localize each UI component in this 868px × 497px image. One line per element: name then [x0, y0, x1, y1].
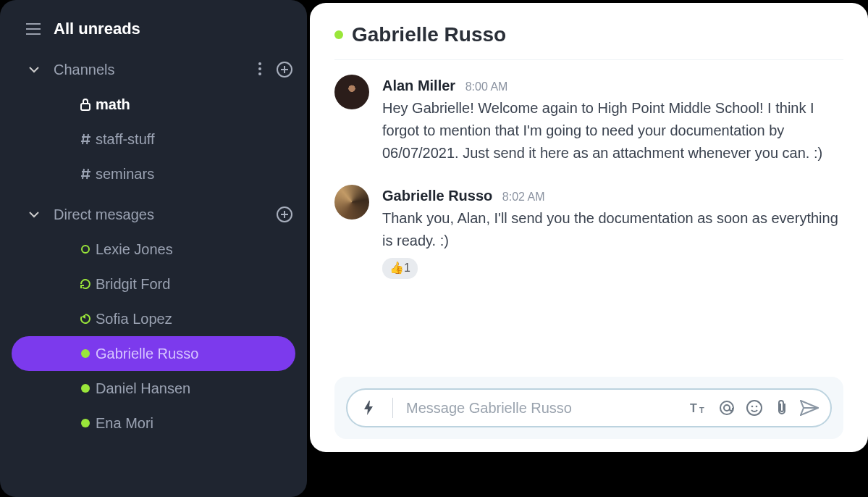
channel-label: math [96, 96, 130, 113]
message-text: Thank you, Alan, I'll send you the docum… [382, 207, 843, 252]
dm-label: Lexie Jones [96, 241, 173, 258]
dm-item-bridgit[interactable]: Bridgit Ford [12, 267, 295, 301]
svg-rect-4 [81, 104, 90, 110]
sidebar: All unreads Channels math staff- [0, 0, 307, 497]
presence-dot-icon [334, 30, 343, 39]
avatar[interactable] [334, 185, 369, 220]
attachment-icon[interactable] [771, 397, 793, 419]
message-body: Gabrielle Russo 8:02 AM Thank you, Alan,… [382, 185, 843, 279]
status-online-icon [75, 419, 96, 427]
status-online-icon [75, 349, 96, 358]
svg-point-11 [751, 406, 754, 408]
status-online-icon [75, 384, 96, 393]
divider [392, 398, 393, 418]
message-author: Alan Miller [382, 78, 455, 93]
svg-text:T: T [699, 406, 704, 414]
svg-point-8 [720, 401, 733, 414]
svg-point-9 [724, 405, 730, 411]
message-item: Alan Miller 8:00 AM Hey Gabrielle! Welco… [334, 75, 843, 164]
svg-point-1 [258, 67, 261, 70]
channel-item-staff-stuff[interactable]: staff-stuff [12, 122, 295, 156]
dms-label: Direct mesages [54, 206, 154, 223]
message-time: 8:00 AM [465, 80, 508, 93]
dm-item-lexie[interactable]: Lexie Jones [12, 232, 295, 267]
chevron-down-icon [29, 211, 39, 218]
svg-point-12 [756, 406, 758, 408]
channel-item-math[interactable]: math [12, 87, 295, 122]
channel-label: seminars [96, 166, 154, 183]
channel-list: math staff-stuff seminars [0, 87, 307, 191]
svg-point-2 [258, 72, 261, 75]
reaction-emoji: 👍 [389, 259, 404, 277]
status-refresh-icon [75, 278, 96, 290]
format-icon[interactable]: TT [688, 397, 710, 419]
dm-label: Daniel Hansen [96, 380, 190, 397]
channels-label: Channels [54, 62, 115, 78]
status-pie-icon [75, 314, 96, 324]
reaction-badge[interactable]: 👍 1 [382, 258, 418, 279]
more-icon[interactable] [258, 62, 262, 78]
dm-label: Ena Mori [96, 415, 153, 432]
message-time: 8:02 AM [502, 191, 545, 203]
chevron-down-icon [29, 66, 39, 73]
message-list: Alan Miller 8:00 AM Hey Gabrielle! Welco… [334, 60, 843, 377]
message-body: Alan Miller 8:00 AM Hey Gabrielle! Welco… [382, 75, 843, 164]
chat-header: Gabrielle Russo [334, 23, 843, 60]
channel-item-seminars[interactable]: seminars [12, 156, 295, 191]
dm-label: Sofia Lopez [96, 311, 172, 327]
channels-header[interactable]: Channels [0, 52, 307, 87]
emoji-icon[interactable] [743, 397, 765, 419]
chat-title: Gabrielle Russo [352, 23, 506, 46]
avatar[interactable] [334, 75, 369, 109]
dms-header[interactable]: Direct mesages [0, 197, 307, 232]
dm-list: Lexie Jones Bridgit Ford Sofia Lopez Gab… [0, 232, 307, 440]
reaction-count: 1 [404, 259, 410, 277]
message-item: Gabrielle Russo 8:02 AM Thank you, Alan,… [334, 185, 843, 279]
send-icon[interactable] [799, 397, 820, 419]
dm-item-gabrielle[interactable]: Gabrielle Russo [12, 336, 295, 371]
add-dm-icon[interactable] [277, 206, 292, 222]
hash-icon [75, 133, 96, 146]
channel-label: staff-stuff [96, 131, 155, 148]
status-ring-icon [75, 245, 96, 254]
lightning-icon[interactable] [358, 397, 379, 419]
svg-point-0 [258, 62, 261, 65]
composer: TT [334, 377, 843, 439]
svg-text:T: T [690, 402, 697, 414]
dm-item-ena[interactable]: Ena Mori [12, 406, 295, 440]
svg-point-10 [747, 401, 762, 415]
composer-bar: TT [346, 388, 832, 427]
all-unreads[interactable]: All unreads [0, 12, 307, 46]
hash-icon [75, 167, 96, 180]
message-input[interactable] [406, 400, 683, 417]
menu-icon[interactable] [26, 23, 41, 35]
lock-icon [75, 98, 96, 111]
chat-panel: Gabrielle Russo Alan Miller 8:00 AM Hey … [310, 3, 868, 452]
add-channel-icon[interactable] [277, 62, 292, 78]
message-text: Hey Gabrielle! Welcome again to High Poi… [382, 97, 843, 164]
dm-item-sofia[interactable]: Sofia Lopez [12, 301, 295, 336]
message-author: Gabrielle Russo [382, 188, 492, 204]
dm-item-daniel[interactable]: Daniel Hansen [12, 371, 295, 406]
mention-icon[interactable] [716, 397, 738, 419]
all-unreads-label: All unreads [54, 20, 140, 38]
dm-label: Gabrielle Russo [96, 346, 198, 362]
dm-label: Bridgit Ford [96, 276, 170, 293]
